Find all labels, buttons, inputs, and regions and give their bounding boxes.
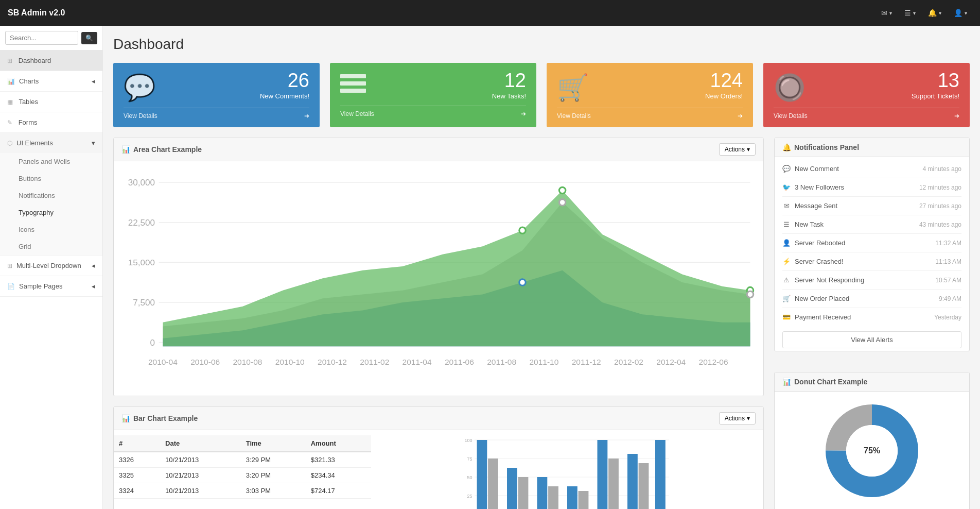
svg-rect-52: [567, 486, 577, 509]
orders-view-details-link[interactable]: View Details: [557, 112, 591, 120]
ui-elements-submenu: Panels and Wells Buttons Notifications T…: [0, 153, 102, 255]
notifications-panel: 🔔 Notifications Panel 💬 New Comment: [774, 138, 970, 351]
tasks-caret: ▾: [913, 10, 916, 16]
orders-arrow-icon: ➔: [738, 112, 743, 120]
server-crash-icon: ⚡: [782, 258, 791, 265]
svg-text:2010-12: 2010-12: [318, 358, 347, 366]
tasks-view-details-link[interactable]: View Details: [340, 110, 374, 117]
area-chart-svg: 30,000 22,500 15,000 7,500 0: [119, 166, 758, 391]
messages-caret: ▾: [889, 10, 892, 16]
sidebar-item-charts[interactable]: 📊 Charts ◂: [0, 71, 102, 92]
sidebar-search-container: 🔍: [0, 26, 102, 50]
donut-chart-body: 75%: [775, 392, 969, 509]
area-chart-body: 30,000 22,500 15,000 7,500 0: [114, 161, 763, 396]
sidebar-item-sample-pages[interactable]: 📄 Sample Pages ◂: [0, 276, 102, 297]
svg-rect-47: [488, 459, 498, 509]
sidebar-item-dashboard[interactable]: ⊞ Dashboard: [0, 50, 102, 71]
svg-text:2012-02: 2012-02: [614, 358, 643, 366]
svg-rect-57: [639, 463, 649, 509]
col-header-hash: #: [114, 435, 160, 452]
envelope-icon: ✉: [881, 9, 887, 17]
sidebar-item-ui-elements[interactable]: ⬡ UI Elements ▾ Panels and Wells Buttons…: [0, 133, 102, 256]
table-row: 3324 10/21/2013 3:03 PM $724.17: [114, 483, 371, 498]
dashboard-icon: ⊞: [7, 57, 12, 64]
multilevel-icon: ⊞: [7, 262, 12, 269]
col-header-time: Time: [241, 435, 306, 452]
svg-text:2010-08: 2010-08: [233, 358, 262, 366]
submenu-item-panels[interactable]: Panels and Wells: [0, 153, 102, 170]
list-item: 💳 Payment Received Yesterday: [782, 308, 961, 326]
bar-chart-icon: 📊: [121, 414, 130, 422]
tasks-number: 12: [492, 71, 526, 90]
search-button[interactable]: 🔍: [81, 32, 97, 44]
bar-chart-actions-btn[interactable]: Actions ▾: [719, 412, 756, 425]
view-all-alerts-btn[interactable]: View All Alerts: [782, 331, 961, 348]
search-input[interactable]: [5, 31, 78, 45]
svg-rect-53: [579, 491, 589, 509]
donut-chart-icon: 📊: [782, 378, 791, 386]
orders-icon: 🛒: [557, 73, 589, 103]
payment-icon: 💳: [782, 313, 791, 321]
svg-text:2011-10: 2011-10: [529, 358, 558, 366]
alerts-btn[interactable]: 🔔 ▾: [923, 6, 947, 20]
tasks-btn[interactable]: ☰ ▾: [899, 6, 921, 20]
sidebar-item-forms[interactable]: ✎ Forms: [0, 112, 102, 133]
user-btn[interactable]: 👤 ▾: [949, 6, 972, 20]
tasks-card-icon: [340, 73, 366, 100]
submenu-item-icons[interactable]: Icons: [0, 221, 102, 238]
messages-btn[interactable]: ✉ ▾: [876, 6, 897, 20]
multilevel-caret: ◂: [92, 262, 95, 269]
list-item: 🛒 New Order Placed 9:49 AM: [782, 290, 961, 308]
submenu-item-grid[interactable]: Grid: [0, 238, 102, 255]
svg-text:75%: 75%: [864, 446, 880, 455]
sidebar-item-tables[interactable]: ▦ Tables: [0, 92, 102, 112]
svg-text:2011-08: 2011-08: [487, 358, 516, 366]
bar-chart-panel: 📊 Bar Chart Example Actions ▾: [113, 406, 764, 509]
notifications-title: 🔔 Notifications Panel: [782, 143, 859, 151]
svg-rect-2: [340, 89, 366, 93]
svg-rect-55: [608, 459, 619, 509]
support-label: Support Tickets!: [912, 92, 959, 100]
svg-text:2010-06: 2010-06: [190, 358, 220, 366]
comments-arrow-icon: ➔: [304, 112, 309, 120]
tasks-arrow-icon: ➔: [521, 110, 526, 117]
server-warning-icon: ⚠: [782, 276, 791, 284]
sample-pages-icon: 📄: [7, 283, 15, 290]
support-view-details-link[interactable]: View Details: [774, 112, 808, 120]
bar-chart-svg-area: 100 75 50 25 0: [371, 430, 763, 509]
bar-actions-caret-icon: ▾: [747, 415, 750, 422]
svg-text:2011-04: 2011-04: [402, 358, 432, 366]
sidebar-nav: ⊞ Dashboard 📊 Charts ◂ ▦: [0, 50, 102, 297]
submenu-item-notifications[interactable]: Notifications: [0, 187, 102, 204]
notifications-heading: 🔔 Notifications Panel: [775, 138, 969, 157]
svg-rect-56: [627, 454, 638, 509]
navbar-icons: ✉ ▾ ☰ ▾ 🔔 ▾ 👤 ▾: [876, 6, 972, 20]
bar-chart-table: # Date Time Amount 3326: [114, 435, 371, 499]
area-chart-icon: 📊: [121, 145, 130, 154]
navbar: SB Admin v2.0 ✉ ▾ ☰ ▾ 🔔 ▾ 👤 ▾: [0, 0, 980, 26]
area-chart-actions-btn[interactable]: Actions ▾: [719, 143, 756, 156]
submenu-item-buttons[interactable]: Buttons: [0, 170, 102, 187]
submenu-item-typography[interactable]: Typography: [0, 204, 102, 221]
page-title: Dashboard: [113, 36, 970, 53]
notifications-list: 💬 New Comment 4 minutes ago 🐦 3 New Foll…: [782, 160, 961, 326]
svg-text:2010-04: 2010-04: [148, 358, 178, 366]
task-icon: ☰: [782, 220, 791, 228]
svg-marker-15: [163, 191, 750, 347]
sidebar-item-multilevel[interactable]: ⊞ Multi-Level Dropdown ◂: [0, 256, 102, 276]
support-icon: 🔘: [774, 73, 806, 103]
comments-view-details-link[interactable]: View Details: [124, 112, 157, 120]
svg-point-31: [559, 187, 565, 193]
svg-rect-58: [655, 440, 666, 509]
donut-chart-heading: 📊 Donut Chart Example: [775, 372, 969, 392]
bell-icon: 🔔: [928, 9, 937, 17]
left-column: 📊 Area Chart Example Actions ▾: [113, 138, 764, 509]
ui-elements-icon: ⬡: [7, 140, 12, 147]
user-caret: ▾: [965, 10, 967, 16]
svg-rect-1: [340, 81, 366, 86]
server-reboot-icon: 👤: [782, 239, 791, 247]
stat-card-comments: 💬 26 New Comments! View Details ➔: [113, 63, 320, 127]
donut-chart-title: 📊 Donut Chart Example: [782, 378, 867, 386]
svg-text:7,500: 7,500: [133, 298, 155, 308]
tables-icon: ▦: [7, 98, 13, 106]
